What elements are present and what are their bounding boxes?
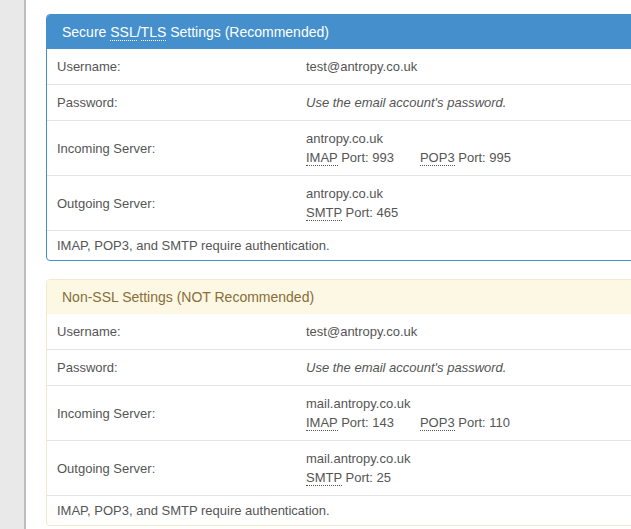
page-left-gutter xyxy=(0,0,26,529)
outgoing-server-ports: SMTP Port: 465 xyxy=(306,203,631,222)
incoming-server-label: Incoming Server: xyxy=(47,386,306,440)
smtp-port-text: Port: 25 xyxy=(342,470,391,485)
table-row-outgoing-server: Outgoing Server: antropy.co.uk SMTP Port… xyxy=(47,175,631,230)
smtp-port: SMTP Port: 465 xyxy=(306,205,398,221)
pop3-port-text: Port: 995 xyxy=(455,150,511,165)
outgoing-server-label: Outgoing Server: xyxy=(47,176,306,230)
table-row-password: Password: Use the email account's passwo… xyxy=(47,349,631,385)
ssl-auth-note: IMAP, POP3, and SMTP require authenticat… xyxy=(47,230,631,260)
imap-port: IMAP Port: 143 xyxy=(306,415,394,430)
password-value: Use the email account's password. xyxy=(306,350,631,385)
outgoing-server-host: mail.antropy.co.uk xyxy=(306,449,631,468)
incoming-server-host: antropy.co.uk xyxy=(306,129,631,148)
pop3-abbr: POP3 xyxy=(420,150,455,166)
imap-port-text: Port: 993 xyxy=(338,150,394,165)
imap-abbr: IMAP xyxy=(306,150,338,166)
title-text: Secure xyxy=(62,24,110,40)
pop3-port: POP3 Port: 110 xyxy=(420,415,510,431)
non-ssl-settings-panel: Non-SSL Settings (NOT Recommended) Usern… xyxy=(46,279,631,526)
outgoing-server-value: mail.antropy.co.uk SMTP Port: 25 xyxy=(306,441,631,495)
outgoing-server-host: antropy.co.uk xyxy=(306,184,631,203)
smtp-abbr: SMTP xyxy=(306,470,342,486)
incoming-server-ports: IMAP Port: 993POP3 Port: 995 xyxy=(306,148,631,167)
table-row-password: Password: Use the email account's passwo… xyxy=(47,84,631,120)
imap-port: IMAP Port: 993 xyxy=(306,150,394,165)
username-value: test@antropy.co.uk xyxy=(306,314,631,349)
imap-port-text: Port: 143 xyxy=(338,415,394,430)
username-value: test@antropy.co.uk xyxy=(306,49,631,84)
smtp-port: SMTP Port: 25 xyxy=(306,470,391,486)
imap-abbr: IMAP xyxy=(306,415,338,431)
username-label: Username: xyxy=(47,314,306,349)
password-value: Use the email account's password. xyxy=(306,85,631,120)
smtp-abbr: SMTP xyxy=(306,205,342,221)
password-label: Password: xyxy=(47,85,306,120)
incoming-server-value: mail.antropy.co.uk IMAP Port: 143POP3 Po… xyxy=(306,386,631,440)
pop3-port: POP3 Port: 995 xyxy=(420,150,511,166)
mail-client-settings-content: Secure SSL/TLS Settings (Recommended) Us… xyxy=(46,14,631,529)
table-row-username: Username: test@antropy.co.uk xyxy=(47,314,631,349)
outgoing-server-ports: SMTP Port: 25 xyxy=(306,468,631,487)
table-row-incoming-server: Incoming Server: antropy.co.uk IMAP Port… xyxy=(47,120,631,175)
table-row-outgoing-server: Outgoing Server: mail.antropy.co.uk SMTP… xyxy=(47,440,631,495)
pop3-abbr: POP3 xyxy=(420,415,455,431)
username-label: Username: xyxy=(47,49,306,84)
outgoing-server-value: antropy.co.uk SMTP Port: 465 xyxy=(306,176,631,230)
title-text: Settings (Recommended) xyxy=(166,24,329,40)
tls-abbr: TLS xyxy=(141,24,167,41)
incoming-server-value: antropy.co.uk IMAP Port: 993POP3 Port: 9… xyxy=(306,121,631,175)
incoming-server-label: Incoming Server: xyxy=(47,121,306,175)
ssl-settings-panel: Secure SSL/TLS Settings (Recommended) Us… xyxy=(46,14,631,261)
ssl-settings-panel-title: Secure SSL/TLS Settings (Recommended) xyxy=(47,15,631,49)
table-row-incoming-server: Incoming Server: mail.antropy.co.uk IMAP… xyxy=(47,385,631,440)
non-ssl-auth-note: IMAP, POP3, and SMTP require authenticat… xyxy=(47,495,631,525)
ssl-abbr: SSL xyxy=(110,24,136,41)
outgoing-server-label: Outgoing Server: xyxy=(47,441,306,495)
password-label: Password: xyxy=(47,350,306,385)
pop3-port-text: Port: 110 xyxy=(455,415,510,430)
incoming-server-host: mail.antropy.co.uk xyxy=(306,394,631,413)
smtp-port-text: Port: 465 xyxy=(342,205,398,220)
non-ssl-settings-panel-title: Non-SSL Settings (NOT Recommended) xyxy=(47,280,631,314)
incoming-server-ports: IMAP Port: 143POP3 Port: 110 xyxy=(306,413,631,432)
table-row-username: Username: test@antropy.co.uk xyxy=(47,49,631,84)
